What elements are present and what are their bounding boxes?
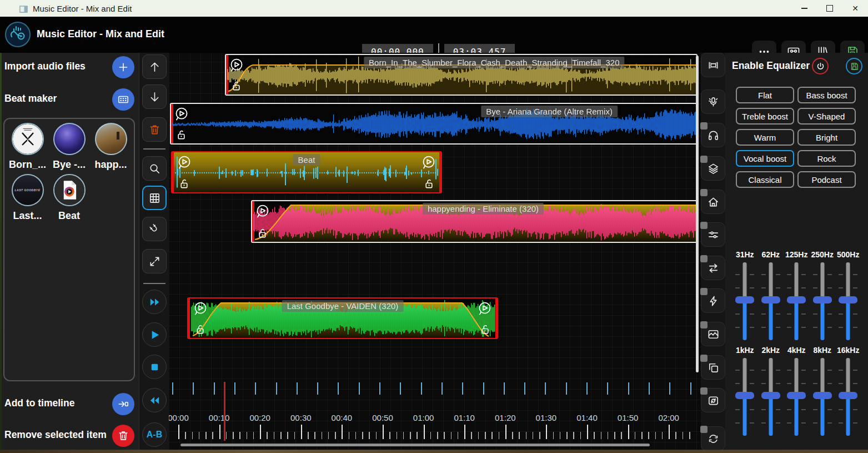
audio-clip-bye-ariana-grande-altre-remix[interactable]: Bye - Ariana Grande (Altre Remix)	[170, 103, 698, 145]
slider-thumb[interactable]	[839, 296, 857, 303]
equalizer-power-button[interactable]	[812, 58, 829, 74]
slider-thumb[interactable]	[813, 296, 832, 303]
preset-flat[interactable]: Flat	[736, 87, 794, 103]
eq-slider-8khz[interactable]	[811, 358, 834, 436]
ab-loop-button[interactable]: A-B	[142, 422, 167, 447]
cue-tick	[359, 382, 360, 395]
clip-lock-badge-right[interactable]	[479, 323, 491, 336]
voice-effects-button[interactable]	[701, 89, 725, 114]
layers-button[interactable]	[701, 156, 725, 181]
slider-thumb[interactable]	[735, 392, 754, 399]
eq-slider-2khz[interactable]	[760, 358, 782, 436]
file-item-beat[interactable]: Beat	[48, 174, 90, 222]
preset-v-shaped[interactable]: V-Shaped	[797, 108, 856, 125]
monitor-button[interactable]	[701, 123, 725, 147]
slider-thumb[interactable]	[813, 392, 832, 399]
preset-bass-boost[interactable]: Bass boost	[797, 87, 856, 103]
eq-band-label: 62Hz	[761, 250, 780, 261]
slider-thumb[interactable]	[839, 392, 857, 399]
rewind-button[interactable]	[142, 388, 167, 412]
preset-classical[interactable]: Classical	[736, 171, 794, 188]
move-up-button[interactable]	[142, 54, 167, 79]
clip-play-badge[interactable]	[228, 57, 245, 74]
duplicate-button[interactable]	[701, 355, 725, 380]
remove-item-button[interactable]	[112, 425, 134, 447]
slider-thumb[interactable]	[735, 296, 754, 303]
eq-slider-16khz[interactable]	[837, 358, 859, 436]
audio-clip-last-goodbye-vaiden-320[interactable]: Last Goodbye - VAIDEN (320)	[187, 297, 498, 339]
audio-clip-born-in-the-slumber-flora-cash[interactable]: Born_In_The_Slumber_Flora_Cash_Death_Str…	[225, 54, 698, 96]
clip-lock-badge[interactable]	[194, 323, 207, 336]
vertical-scrollbar[interactable]	[696, 56, 699, 372]
clip-lock-badge[interactable]	[256, 227, 269, 240]
fast-forward-button[interactable]	[142, 290, 167, 314]
eq-slider-500hz[interactable]	[837, 262, 859, 340]
eq-slider-62hz[interactable]	[760, 262, 782, 340]
ruler-major-tick	[342, 425, 343, 439]
horizontal-scrollbar[interactable]	[180, 444, 650, 446]
preset-podcast[interactable]: Podcast	[797, 171, 856, 188]
slider-thumb[interactable]	[787, 392, 806, 399]
clip-play-badge[interactable]	[173, 106, 190, 123]
file-item-last[interactable]: LAST GOODBYELast...	[7, 174, 48, 222]
preset-bright[interactable]: Bright	[797, 129, 856, 146]
home-button[interactable]	[701, 190, 725, 214]
clip-lock-badge[interactable]	[178, 177, 190, 190]
ruler-minor-tick	[274, 432, 275, 439]
clip-play-badge-right[interactable]	[420, 155, 437, 171]
slider-thumb[interactable]	[761, 296, 780, 303]
effects-button[interactable]	[701, 288, 725, 313]
ruler-minor-tick	[410, 432, 411, 439]
reset-button[interactable]	[701, 426, 725, 451]
file-item-bye[interactable]: Bye -...	[48, 123, 90, 171]
equalizer-save-button[interactable]	[846, 58, 862, 74]
play-button[interactable]	[142, 322, 167, 347]
window-controls: ✕	[791, 0, 868, 17]
expand-button[interactable]	[142, 249, 167, 273]
maximize-button[interactable]	[817, 0, 842, 17]
clip-lock-badge-right[interactable]	[423, 177, 435, 190]
eq-slider-125hz[interactable]	[785, 262, 807, 340]
stop-button[interactable]	[142, 355, 167, 379]
ruler-minor-tick	[594, 432, 595, 439]
snapshot-button[interactable]	[701, 322, 725, 346]
file-item-born[interactable]: Born_...	[7, 123, 48, 171]
slider-thumb[interactable]	[761, 392, 780, 399]
clip-play-badge[interactable]	[176, 155, 193, 171]
mixer-button[interactable]	[701, 222, 725, 247]
magnet-button[interactable]	[142, 217, 167, 241]
swap-button[interactable]	[701, 256, 725, 280]
clip-play-badge[interactable]	[192, 301, 209, 317]
zoom-search-button[interactable]	[142, 156, 167, 181]
capture-button[interactable]	[701, 388, 725, 412]
audio-clip-happyending-eliminate-320[interactable]: happyending - Eliminate (320)	[251, 200, 698, 243]
slider-thumb[interactable]	[787, 296, 806, 303]
clip-lock-badge[interactable]	[175, 128, 188, 141]
clip-play-badge[interactable]	[254, 203, 271, 220]
snap-grid-button[interactable]	[142, 186, 167, 210]
audio-clip-beat[interactable]: Beat	[171, 151, 442, 193]
playhead[interactable]	[224, 382, 225, 441]
minimize-button[interactable]	[791, 0, 817, 17]
eq-slider-1khz[interactable]	[734, 358, 756, 436]
ruler-minor-tick	[458, 432, 459, 439]
file-item-happ[interactable]: happ...	[90, 123, 132, 171]
preset-treble-boost[interactable]: Treble boost	[736, 108, 794, 125]
preset-warm[interactable]: Warm	[736, 129, 794, 146]
clip-lock-badge[interactable]	[230, 79, 243, 92]
beat-maker-button[interactable]	[112, 88, 134, 111]
preset-rock[interactable]: Rock	[797, 150, 856, 167]
eq-slider-250hz[interactable]	[811, 262, 834, 340]
preset-vocal-boost[interactable]: Vocal boost	[736, 150, 794, 167]
eq-slider-31hz[interactable]	[734, 262, 756, 340]
import-audio-button[interactable]	[112, 56, 134, 78]
trim-button[interactable]	[701, 53, 725, 77]
move-down-button[interactable]	[142, 84, 167, 109]
close-button[interactable]: ✕	[842, 0, 868, 17]
clip-play-badge-right[interactable]	[476, 301, 493, 317]
slider-tick	[787, 383, 791, 384]
ruler-minor-tick	[499, 432, 500, 439]
delete-clip-button[interactable]	[142, 117, 167, 142]
add-to-timeline-button[interactable]	[112, 393, 134, 415]
eq-slider-4khz[interactable]	[785, 358, 807, 436]
